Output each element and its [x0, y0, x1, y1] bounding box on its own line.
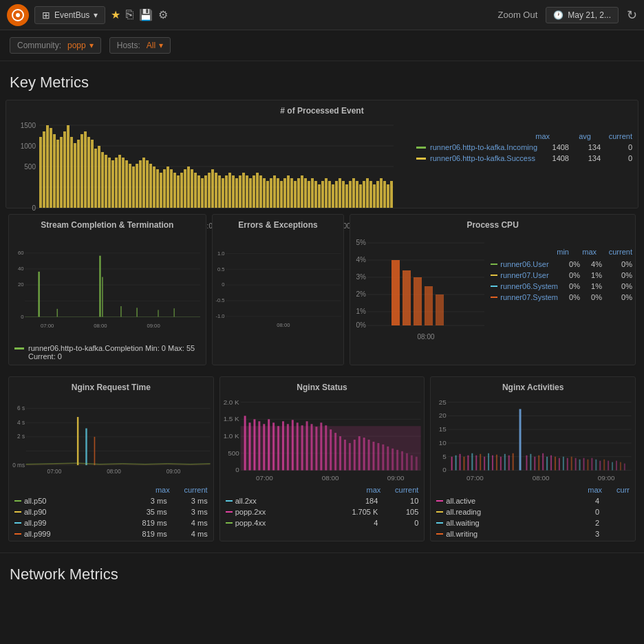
act-max-3: 3 [572, 530, 599, 538]
cpu-color-3 [491, 297, 497, 298]
stream-color [14, 347, 24, 350]
rt-label-2: all.p99 [24, 519, 127, 527]
svg-rect-283 [604, 460, 605, 471]
svg-rect-131 [57, 309, 58, 317]
svg-rect-256 [484, 457, 485, 471]
cpu-min-2: 0% [561, 282, 580, 290]
svg-rect-247 [519, 409, 522, 470]
community-chevron: ▾ [89, 41, 94, 50]
svg-text:1.0 K: 1.0 K [223, 432, 239, 440]
svg-rect-271 [555, 457, 556, 471]
svg-text:2%: 2% [356, 290, 367, 298]
cpu-label-2: runner06.System [500, 282, 558, 290]
stream-completion-title: Stream Completion & Termination [9, 215, 206, 233]
svg-text:0: 0 [443, 466, 447, 473]
svg-rect-275 [571, 457, 572, 471]
status-color-0 [226, 500, 233, 502]
cpu-max-3: 0% [583, 293, 602, 301]
svg-rect-276 [575, 458, 577, 471]
status-row-2: popp.4xx 4 0 [226, 517, 419, 528]
svg-rect-220 [363, 438, 365, 470]
act-color-2 [436, 522, 443, 524]
processed-chart: 1500 1000 500 0 // Bars will be drawn vi… [12, 118, 411, 208]
logo-button[interactable] [7, 4, 29, 26]
act-label-1: all.reading [446, 508, 569, 516]
cpu-color-0 [491, 264, 497, 265]
rt-current-header: current [170, 486, 208, 494]
svg-rect-203 [282, 421, 284, 470]
eventbus-dropdown[interactable]: ⊞ EventBus ▾ [34, 6, 105, 24]
zoom-out-button[interactable]: Zoom Out [498, 10, 538, 20]
svg-rect-222 [372, 442, 374, 471]
stream-legend-text: runner06.http-to-kafka.Completion Min: 0… [28, 344, 195, 352]
status-color-1 [226, 511, 233, 513]
refresh-icon[interactable]: ↻ [627, 8, 637, 23]
rt-label-3: all.p999 [24, 530, 127, 538]
stream-current: Current: 0 [28, 352, 200, 361]
navbar-left: ⊞ EventBus ▾ ★ ⎘ 💾 ⚙ [7, 4, 498, 26]
share-icon[interactable]: ⎘ [126, 8, 133, 22]
save-icon[interactable]: 💾 [139, 8, 153, 21]
rt-row-1: all.p90 35 ms 3 ms [14, 506, 208, 517]
hosts-value: All [147, 41, 155, 50]
cpu-min-0: 0% [561, 260, 580, 268]
cpu-current-header: current [605, 248, 632, 256]
stream-completion-panel: Stream Completion & Termination 60 40 20… [8, 214, 206, 365]
svg-text:0: 0 [222, 281, 224, 288]
svg-rect-258 [492, 455, 493, 471]
svg-rect-272 [559, 458, 560, 471]
svg-text:-1.0: -1.0 [215, 313, 224, 319]
cpu-color-1 [491, 275, 497, 276]
act-label-0: all.active [446, 497, 569, 505]
hosts-filter[interactable]: Hosts: All ▾ [109, 37, 171, 54]
svg-rect-285 [612, 462, 613, 471]
nginx-rt-legend: max current all.p50 3 ms 3 ms all.p90 35… [9, 484, 213, 541]
svg-text:2.0 K: 2.0 K [223, 398, 239, 406]
svg-rect-253 [472, 453, 473, 471]
errors-panel: Errors & Exceptions 1.0 0.5 0 -0.5 -1.0 … [212, 214, 345, 365]
rt-color-3 [14, 533, 21, 535]
rt-row-2: all.p99 819 ms 4 ms [14, 517, 208, 528]
time-label: May 21, 2... [568, 10, 611, 20]
hosts-chevron: ▾ [159, 41, 163, 50]
svg-rect-225 [387, 447, 389, 471]
svg-rect-263 [513, 453, 514, 471]
star-icon[interactable]: ★ [111, 8, 120, 21]
cpu-min-header: min [550, 248, 569, 256]
svg-rect-163 [391, 260, 400, 325]
time-picker[interactable]: 🕐 May 21, 2... [546, 7, 619, 23]
cpu-max-2: 1% [583, 282, 602, 290]
act-max-0: 4 [572, 497, 599, 505]
svg-rect-270 [550, 455, 552, 471]
avg-header: avg [564, 132, 591, 140]
nginx-request-time-panel: Nginx Request Time 6 s 4 s 2 s 0 ms 07:0… [8, 376, 214, 541]
nginx-status-legend: max current all.2xx 184 10 popp.2xx 1.70… [220, 484, 425, 530]
act-row-1: all.reading 0 [436, 506, 630, 517]
community-filter[interactable]: Community: popp ▾ [10, 37, 101, 54]
processed-events-title: # of Processed Event [6, 100, 638, 118]
svg-rect-259 [496, 455, 497, 471]
act-max-1: 0 [572, 508, 599, 516]
svg-text:10: 10 [439, 439, 447, 447]
svg-rect-268 [543, 453, 544, 471]
svg-text:08:00: 08:00 [107, 469, 121, 475]
act-max-header: max [575, 486, 602, 494]
rt-max-0: 3 ms [129, 497, 167, 505]
rt-row-3: all.p999 819 ms 4 ms [14, 528, 208, 539]
nginx-activities-chart: 25 20 15 10 5 0 [431, 395, 635, 484]
svg-text:60: 60 [18, 250, 24, 256]
cpu-current-1: 0% [605, 271, 632, 279]
svg-rect-195 [244, 416, 246, 470]
process-cpu-title: Process CPU [350, 215, 635, 233]
gear-icon[interactable]: ⚙ [158, 8, 168, 21]
svg-rect-221 [367, 440, 369, 471]
status-label-0: all.2xx [235, 497, 338, 505]
svg-text:2 s: 2 s [17, 433, 25, 440]
navbar: ⊞ EventBus ▾ ★ ⎘ 💾 ⚙ Zoom Out 🕐 May 21, … [0, 0, 644, 30]
svg-rect-230 [411, 455, 413, 471]
svg-rect-164 [402, 270, 411, 325]
svg-rect-208 [305, 421, 308, 470]
svg-text:08:00: 08:00 [322, 474, 339, 482]
nginx-status-panel: Nginx Status 2.0 K 1.5 K 1.0 K 500 0 [219, 376, 425, 541]
nginx-activities-title: Nginx Activities [431, 377, 635, 395]
